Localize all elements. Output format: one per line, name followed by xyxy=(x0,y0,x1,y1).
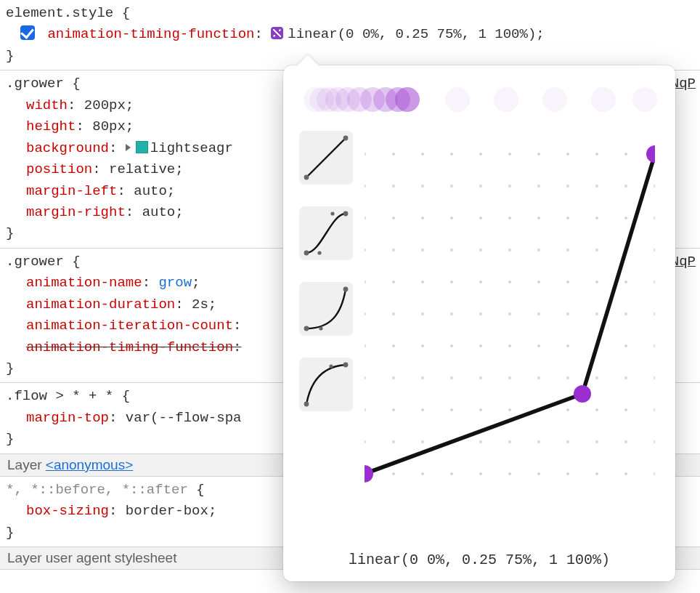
svg-point-124 xyxy=(392,472,395,475)
selector[interactable]: .flow > * + * xyxy=(6,388,113,404)
easing-editor-popover[interactable]: linear(0 0%, 0.25 75%, 1 100%) xyxy=(283,65,675,581)
svg-point-6 xyxy=(330,211,334,215)
svg-point-43 xyxy=(595,217,598,219)
svg-point-98 xyxy=(595,376,598,379)
svg-point-72 xyxy=(479,312,482,315)
svg-point-91 xyxy=(392,376,395,379)
property-name[interactable]: margin-top xyxy=(26,410,109,426)
svg-point-89 xyxy=(654,344,655,347)
property-name[interactable]: margin-right xyxy=(26,204,126,220)
color-swatch-icon[interactable] xyxy=(136,141,148,153)
property-name[interactable]: box-sizing xyxy=(26,503,109,519)
property-value[interactable]: linear(0 0%, 0.25 75%, 1 100%) xyxy=(288,26,536,42)
svg-point-99 xyxy=(624,376,627,379)
easing-preset-list xyxy=(299,131,360,433)
svg-line-0 xyxy=(306,138,346,177)
property-name[interactable]: animation-duration xyxy=(26,296,175,312)
svg-point-50 xyxy=(479,249,482,251)
svg-point-118 xyxy=(537,440,540,443)
easing-preset-ease-in-out[interactable] xyxy=(299,206,353,260)
expand-shorthand-icon[interactable] xyxy=(126,144,131,151)
easing-preset-ease-out[interactable] xyxy=(299,358,353,411)
selector[interactable]: element.style xyxy=(6,5,113,21)
easing-preview-track xyxy=(302,81,656,118)
svg-point-76 xyxy=(595,312,598,315)
property-value[interactable]: var(--flow-spa xyxy=(126,410,242,426)
svg-point-7 xyxy=(304,326,309,331)
svg-point-109 xyxy=(595,408,598,411)
property-name[interactable]: margin-left xyxy=(26,183,117,199)
svg-point-39 xyxy=(479,217,482,219)
svg-point-84 xyxy=(508,344,511,347)
property-value[interactable]: grow xyxy=(158,275,192,291)
property-value[interactable]: lightseagr xyxy=(150,140,233,156)
property-value[interactable]: auto xyxy=(142,204,176,220)
property-name[interactable]: height xyxy=(26,118,76,134)
grid-dots xyxy=(365,153,655,475)
property-value[interactable]: 200px xyxy=(84,97,126,113)
rule-element-style[interactable]: element.style { animation-timing-functio… xyxy=(0,0,700,70)
svg-point-74 xyxy=(537,312,540,315)
svg-point-131 xyxy=(595,472,598,475)
svg-point-70 xyxy=(421,312,424,315)
property-toggle-checkbox[interactable] xyxy=(20,25,35,40)
easing-preset-ease-in[interactable] xyxy=(299,282,353,336)
svg-point-127 xyxy=(479,472,482,475)
svg-point-106 xyxy=(508,408,511,411)
property-name[interactable]: animation-name xyxy=(26,275,142,291)
svg-point-25 xyxy=(392,185,395,187)
layer-link[interactable]: <anonymous> xyxy=(46,457,133,472)
easing-curve-editor[interactable] xyxy=(365,132,655,496)
svg-point-29 xyxy=(508,185,511,187)
svg-point-80 xyxy=(392,344,395,347)
svg-point-49 xyxy=(450,249,453,251)
easing-control-point[interactable] xyxy=(646,145,655,163)
svg-point-111 xyxy=(654,408,655,411)
property-name[interactable]: animation-timing-function xyxy=(47,26,254,42)
svg-point-33 xyxy=(624,185,627,187)
easing-preset-linear[interactable] xyxy=(299,131,353,185)
property-value[interactable]: border-box xyxy=(126,503,208,519)
svg-point-8 xyxy=(343,287,349,292)
property-name[interactable]: animation-iteration-count xyxy=(26,318,233,334)
svg-point-5 xyxy=(317,251,321,254)
property-value[interactable]: 80px xyxy=(92,118,126,134)
svg-point-92 xyxy=(421,376,424,379)
selector[interactable]: *::before xyxy=(30,482,105,498)
svg-point-46 xyxy=(365,249,366,251)
property-name-overridden[interactable]: animation-timing-function xyxy=(26,339,233,355)
easing-control-point[interactable] xyxy=(365,465,373,483)
property-value[interactable]: 2s xyxy=(192,296,208,312)
svg-point-68 xyxy=(365,312,366,315)
svg-point-113 xyxy=(392,440,395,443)
svg-point-65 xyxy=(595,281,598,283)
property-value[interactable]: auto xyxy=(134,183,167,199)
preview-ball xyxy=(494,87,518,112)
property-name[interactable]: width xyxy=(26,97,68,113)
svg-point-44 xyxy=(624,217,627,219)
property-value[interactable]: relative xyxy=(109,161,175,177)
svg-point-15 xyxy=(421,153,424,156)
property-name[interactable]: position xyxy=(26,161,92,177)
svg-point-48 xyxy=(421,249,424,251)
svg-point-96 xyxy=(537,376,540,379)
selector[interactable]: *::after xyxy=(122,482,188,498)
svg-point-112 xyxy=(365,440,366,443)
svg-point-105 xyxy=(479,408,482,411)
svg-point-117 xyxy=(508,440,511,443)
easing-control-point[interactable] xyxy=(574,385,591,403)
svg-point-114 xyxy=(421,440,424,443)
property-name[interactable]: background xyxy=(26,140,109,156)
svg-point-28 xyxy=(479,185,482,187)
svg-point-38 xyxy=(450,217,453,219)
easing-swatch-icon[interactable] xyxy=(271,27,283,39)
svg-point-83 xyxy=(479,344,482,347)
selector[interactable]: * xyxy=(6,482,14,498)
svg-point-20 xyxy=(566,153,569,156)
svg-point-56 xyxy=(654,249,655,251)
selector[interactable]: .grower xyxy=(6,76,64,92)
svg-point-103 xyxy=(421,408,424,411)
svg-point-54 xyxy=(595,249,598,251)
svg-point-95 xyxy=(508,376,511,379)
selector[interactable]: .grower xyxy=(6,254,64,270)
